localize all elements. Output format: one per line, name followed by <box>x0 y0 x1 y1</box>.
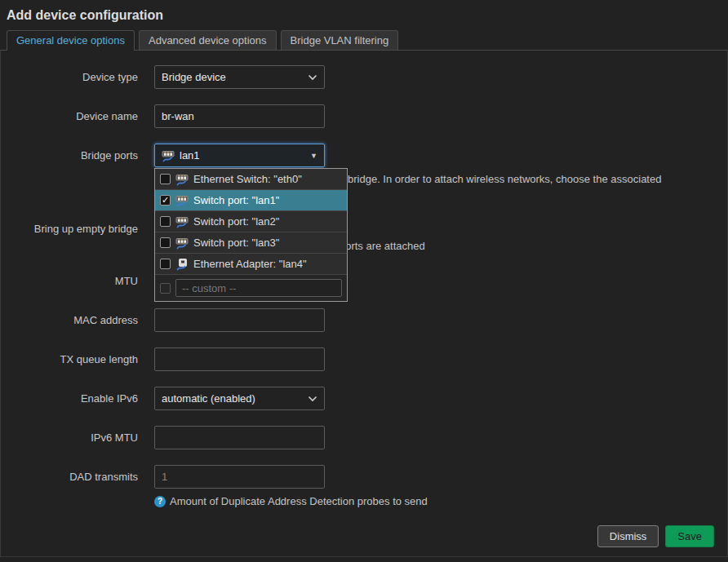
ethernet-switch-icon <box>175 173 189 186</box>
dropdown-option[interactable]: Ethernet Adapter: "lan4" <box>155 254 347 275</box>
row-mtu: MTU <box>1 269 714 293</box>
ipv6-mtu-input[interactable] <box>154 426 325 449</box>
mac-address-input[interactable] <box>154 308 325 332</box>
dropdown-option[interactable]: Ethernet Switch: "eth0" <box>155 169 347 190</box>
option-checkbox[interactable] <box>160 174 171 184</box>
add-device-configuration-modal: { "colors": { "background": "#222222", "… <box>0 0 728 562</box>
bridge-ports-dropdown: lan1 ▼ Ethernet Switch: "eth0"✓Switch po… <box>154 144 325 167</box>
bridge-ports-label: Bridge ports <box>1 144 154 201</box>
dropdown-option[interactable]: ✓Switch port: "lan1" <box>155 190 347 211</box>
option-checkbox[interactable]: ✓ <box>160 195 171 206</box>
bridge-ports-selected-value: lan1 <box>180 149 200 162</box>
bridge-ports-dropdown-control[interactable]: lan1 ▼ <box>154 144 325 167</box>
tab-panel-general: Device type Bridge device Device name Br… <box>0 50 728 557</box>
dad-transmits-input[interactable] <box>154 465 325 489</box>
chevron-down-icon <box>308 74 317 81</box>
custom-option-checkbox[interactable] <box>160 283 171 294</box>
row-dad-transmits: DAD transmits ? Amount of Duplicate Addr… <box>1 465 714 509</box>
row-ipv6-mtu: IPv6 MTU <box>1 426 714 449</box>
tab-advanced-device-options[interactable]: Advanced device options <box>139 30 277 51</box>
dismiss-button[interactable]: Dismiss <box>597 525 659 547</box>
row-bring-up-empty-bridge: Bring up empty bridge Bring up the bridg… <box>1 217 714 254</box>
row-enable-ipv6: Enable IPv6 automatic (enabled) <box>1 387 714 410</box>
save-button[interactable]: Save <box>665 525 714 547</box>
ethernet-switch-icon <box>175 237 189 250</box>
tx-queue-length-label: TX queue length <box>1 347 154 371</box>
dropdown-option[interactable]: Switch port: "lan3" <box>155 232 347 254</box>
custom-option-input[interactable] <box>175 279 342 297</box>
option-checkbox[interactable] <box>160 216 171 227</box>
device-type-value: Bridge device <box>162 71 226 83</box>
option-label: Ethernet Switch: "eth0" <box>193 173 302 185</box>
row-bridge-ports: Bridge ports lan1 ▼ Ethernet Switch: "et… <box>1 144 714 201</box>
dad-transmits-label: DAD transmits <box>1 465 154 509</box>
device-name-label: Device name <box>1 104 154 128</box>
option-label: Switch port: "lan1" <box>193 194 279 206</box>
mac-address-label: MAC address <box>1 308 154 332</box>
enable-ipv6-value: automatic (enabled) <box>162 392 255 405</box>
device-type-label: Device type <box>1 65 154 89</box>
ethernet-switch-icon <box>162 149 175 162</box>
bring-up-empty-bridge-label: Bring up empty bridge <box>1 217 154 254</box>
dad-transmits-description-row: ? Amount of Duplicate Address Detection … <box>154 494 683 509</box>
tab-general-device-options[interactable]: General device options <box>7 30 135 51</box>
tab-bridge-vlan-filtering[interactable]: Bridge VLAN filtering <box>281 30 399 51</box>
row-device-type: Device type Bridge device <box>1 65 714 89</box>
ethernet-adapter-icon <box>175 258 189 271</box>
enable-ipv6-label: Enable IPv6 <box>1 387 154 410</box>
ipv6-mtu-label: IPv6 MTU <box>1 426 154 449</box>
option-label: Switch port: "lan2" <box>193 215 279 228</box>
row-tx-queue-length: TX queue length <box>1 347 714 371</box>
tab-bar: General device options Advanced device o… <box>0 30 728 51</box>
bridge-ports-dropdown-list: Ethernet Switch: "eth0"✓Switch port: "la… <box>154 168 348 302</box>
option-label: Switch port: "lan3" <box>193 237 279 249</box>
row-mac-address: MAC address <box>1 308 714 332</box>
modal-header: Add device configuration <box>0 0 728 29</box>
dropdown-arrow-icon: ▼ <box>310 152 317 160</box>
option-checkbox[interactable] <box>160 237 171 248</box>
device-name-input[interactable] <box>154 104 325 128</box>
dropdown-custom-row <box>155 275 347 301</box>
page-title: Add device configuration <box>7 8 721 23</box>
device-type-select[interactable]: Bridge device <box>154 65 325 89</box>
mtu-label: MTU <box>1 269 154 293</box>
row-device-name: Device name <box>1 104 714 128</box>
option-checkbox[interactable] <box>160 259 171 269</box>
dropdown-option[interactable]: Switch port: "lan2" <box>155 211 347 232</box>
help-icon: ? <box>154 496 166 507</box>
chevron-down-icon <box>308 396 317 402</box>
ethernet-switch-icon <box>175 215 189 228</box>
dad-transmits-description: Amount of Duplicate Address Detection pr… <box>170 494 428 509</box>
option-label: Ethernet Adapter: "lan4" <box>193 258 307 270</box>
enable-ipv6-select[interactable]: automatic (enabled) <box>154 387 325 410</box>
tx-queue-length-input[interactable] <box>154 347 325 371</box>
modal-footer: Dismiss Save <box>597 525 714 547</box>
ethernet-switch-icon <box>175 194 189 207</box>
